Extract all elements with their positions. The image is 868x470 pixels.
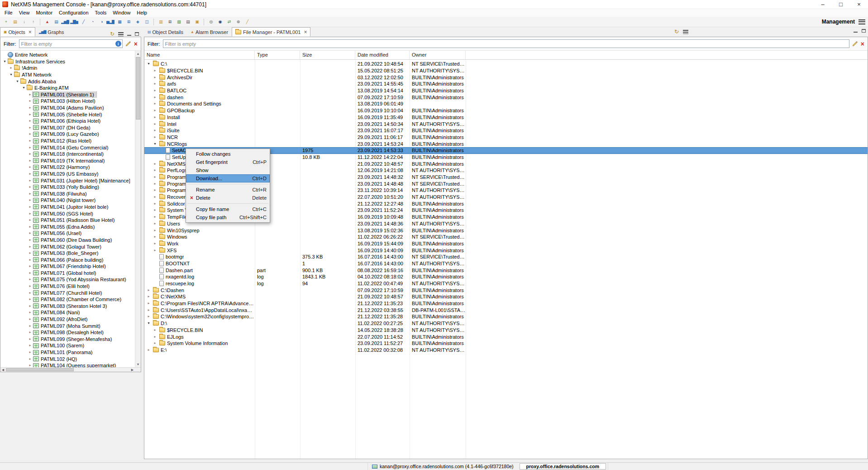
chevron-right-icon[interactable]: ▸ <box>28 119 33 123</box>
chevron-down-icon[interactable]: ▾ <box>21 86 26 90</box>
file-row-d[interactable]: ▾ D:\ 11.02.2022 00:27:25 NT AUTHORITY\S… <box>144 320 868 327</box>
menu-view[interactable]: View <box>16 9 33 17</box>
tree-item-patml076-elili-hotel[interactable]: ▸ PATML076 (Elili hotel) <box>0 283 134 290</box>
gauge-view-icon[interactable]: ◑ <box>97 18 105 26</box>
tree-item-patml100-sarem[interactable]: ▸ PATML100 (Sarem) <box>0 342 134 349</box>
column-header-size[interactable]: Size <box>300 51 355 59</box>
file-row-c[interactable]: ▾ C:\ 21.09.2022 10:48:54 NT SERVICE\Tru… <box>144 61 868 67</box>
close-tab-icon[interactable]: × <box>29 29 32 35</box>
chevron-right-icon[interactable]: ▸ <box>28 205 33 209</box>
tree-item-entire-network[interactable]: Entire Network <box>0 52 134 58</box>
chevron-right-icon[interactable]: ▸ <box>28 324 33 328</box>
clear-filter-icon[interactable]: × <box>861 41 864 47</box>
file-row-win10sysprep[interactable]: ▸ Win10Sysprep 13.08.2019 15:02:36 BUILT… <box>144 227 868 234</box>
chevron-right-icon[interactable]: ▸ <box>28 344 33 347</box>
tree-item-patml033-yolly-building[interactable]: ▸ PATML033 (Yolly Building) <box>0 184 134 191</box>
refresh-view-icon[interactable]: ↻ <box>674 29 679 34</box>
tree-item-patml009-lucy-gazebo[interactable]: ▸ PATML009 (Lucy Gazebo) <box>0 131 134 138</box>
object-details-icon[interactable]: ▤ <box>52 18 60 26</box>
pie-chart-icon[interactable]: ◔ <box>88 18 96 26</box>
tree-horizontal-scrollbar[interactable]: ◀ ▶ <box>0 367 141 372</box>
history-graph-icon[interactable]: ▂▇▅ <box>70 18 78 26</box>
chevron-right-icon[interactable]: ▸ <box>28 126 33 129</box>
tree-item-patml104-queens-supermarket[interactable]: ▸ PATML104 (Queens supermarket) <box>0 362 134 367</box>
chevron-right-icon[interactable]: ▸ <box>28 291 33 295</box>
file-row-c-windows-system32-config-systemprofile-appdata[interactable]: ▸ C:\Windows\system32\config\systemprofi… <box>144 313 868 320</box>
chevron-right-icon[interactable]: ▸ <box>28 317 33 321</box>
menu-item-rename[interactable]: Rename Ctrl+R <box>186 186 270 194</box>
chevron-right-icon[interactable]: ▸ <box>153 242 157 245</box>
tree-item-patml007-dh-geda[interactable]: ▸ PATML007 (DH Geda) <box>0 125 134 131</box>
tree-item-patml018-intercontinental[interactable]: ▸ PATML018 (Intercontinental) <box>0 151 134 158</box>
menu-item-delete[interactable]: × Delete Delete <box>186 194 270 202</box>
scroll-right-icon[interactable]: ▶ <box>130 368 135 372</box>
tree-item-patml084-nani[interactable]: ▸ PATML084 (Nani) <box>0 309 134 316</box>
chevron-right-icon[interactable]: ▸ <box>28 198 33 202</box>
edit-filter-icon[interactable] <box>125 41 131 47</box>
chevron-right-icon[interactable]: ▸ <box>146 308 151 312</box>
chevron-right-icon[interactable]: ▸ <box>153 89 157 92</box>
chevron-down-icon[interactable]: ▾ <box>2 60 7 63</box>
line-chart-icon[interactable]: ╱ <box>79 18 87 26</box>
tree-item-patml098-desalegh-hotel[interactable]: ▸ PATML098 (Desalegh Hotel) <box>0 329 134 336</box>
chevron-right-icon[interactable]: ▸ <box>153 335 157 339</box>
chevron-right-icon[interactable]: ▸ <box>153 168 157 172</box>
chevron-right-icon[interactable]: ▸ <box>28 350 33 354</box>
menu-window[interactable]: Window <box>110 9 134 17</box>
chevron-right-icon[interactable]: ▸ <box>146 288 151 292</box>
tree-item-patml019-tk-international[interactable]: ▸ PATML019 (TK International) <box>0 158 134 164</box>
chevron-right-icon[interactable]: ▸ <box>153 208 157 212</box>
tree-item-patml063-bole-sheger[interactable]: ▸ PATML063 (Bole_Sheger) <box>0 250 134 257</box>
chevron-right-icon[interactable]: ▸ <box>146 302 151 305</box>
chevron-right-icon[interactable]: ▸ <box>153 129 157 132</box>
file-row-recycle-bin[interactable]: ▸ $RECYCLE.BIN 14.05.2022 18:38:28 NT AU… <box>144 327 868 334</box>
file-row-archivesdir[interactable]: ▸ ArchivesDir 03.12.2022 12:02:50 BUILTI… <box>144 74 868 81</box>
chevron-right-icon[interactable]: ▸ <box>28 212 33 216</box>
chevron-right-icon[interactable]: ▸ <box>28 271 33 275</box>
chevron-right-icon[interactable]: ▸ <box>28 337 33 341</box>
chevron-right-icon[interactable]: ▸ <box>153 202 157 206</box>
file-row-windows[interactable]: ▸ Windows 11.02.2022 06:26:22 NT SERVICE… <box>144 234 868 240</box>
sync-configuration-icon[interactable]: ⇄ <box>225 18 233 26</box>
file-row-recycle-bin[interactable]: ▸ $RECYCLE.BIN 15.05.2022 08:51:25 NT AU… <box>144 67 868 74</box>
vertical-scrollbar-thumb[interactable] <box>136 57 140 120</box>
tree-item-patml082-chamber-of-commerce[interactable]: ▸ PATML082 (Chamber of Commerce) <box>0 296 134 303</box>
tree-item-patml003-hilton-hotel[interactable]: ▸ PATML003 (Hilton Hotel) <box>0 98 134 105</box>
clear-filter-icon[interactable]: × <box>134 41 138 47</box>
data-table-icon[interactable]: ▦ <box>115 18 124 26</box>
chevron-down-icon[interactable]: ▾ <box>15 80 20 83</box>
summary-table-icon[interactable]: ⊞ <box>124 18 133 26</box>
files-filter-input[interactable] <box>163 39 849 48</box>
chevron-right-icon[interactable]: ▸ <box>28 172 33 176</box>
chevron-right-icon[interactable]: ▸ <box>146 315 151 318</box>
menu-file[interactable]: File <box>1 9 16 17</box>
file-row-gpobackup[interactable]: ▸ GPOBackup 16.09.2019 10:10:04 BUILTIN\… <box>144 107 868 114</box>
file-row-xfs[interactable]: ▸ XFS 16.09.2019 14:40:09 BUILTIN\Admini… <box>144 247 868 254</box>
file-row-c-netxms[interactable]: ▸ C:\NetXMS 21.09.2022 10:48:57 BUILTIN\… <box>144 293 868 300</box>
tab-file-manager-patml001[interactable]: File Manager - PATML001 × <box>232 27 310 37</box>
horizontal-scrollbar-thumb[interactable] <box>6 368 74 371</box>
chevron-right-icon[interactable]: ▸ <box>28 311 33 314</box>
chevron-right-icon[interactable]: ▸ <box>153 162 157 166</box>
minimize-view-icon[interactable] <box>127 32 131 36</box>
column-header-date-modified[interactable]: Date modified <box>355 51 410 59</box>
chevron-right-icon[interactable]: ▸ <box>153 96 157 99</box>
chevron-right-icon[interactable]: ▸ <box>153 175 157 179</box>
tree-item-admin[interactable]: ▸ !Admin <box>0 65 134 72</box>
chevron-right-icon[interactable]: ▸ <box>153 76 157 79</box>
chevron-right-icon[interactable]: ▸ <box>28 152 33 156</box>
export-config-icon[interactable]: ↑ <box>29 18 37 26</box>
chevron-right-icon[interactable]: ▸ <box>153 235 157 239</box>
chevron-right-icon[interactable]: ▸ <box>28 139 33 143</box>
chevron-right-icon[interactable]: ▸ <box>9 66 14 70</box>
script-library-icon[interactable]: ▤ <box>184 18 192 26</box>
chevron-right-icon[interactable]: ▸ <box>28 185 33 189</box>
tree-item-patml097-moha-summit[interactable]: ▸ PATML097 (Moha Summit) <box>0 322 134 329</box>
chevron-right-icon[interactable]: ▸ <box>153 195 157 199</box>
close-button[interactable]: × <box>850 0 868 9</box>
chevron-right-icon[interactable]: ▸ <box>153 69 157 72</box>
open-network-tree-icon[interactable]: ▤ <box>11 18 19 26</box>
tree-item-patml006-ethiopia-hotel[interactable]: ▸ PATML006 (Ethiopia Hotel) <box>0 118 134 125</box>
tree-item-patml029-us-embassy[interactable]: ▸ PATML029 (US Embassy) <box>0 171 134 177</box>
chevron-right-icon[interactable]: ▸ <box>28 278 33 281</box>
